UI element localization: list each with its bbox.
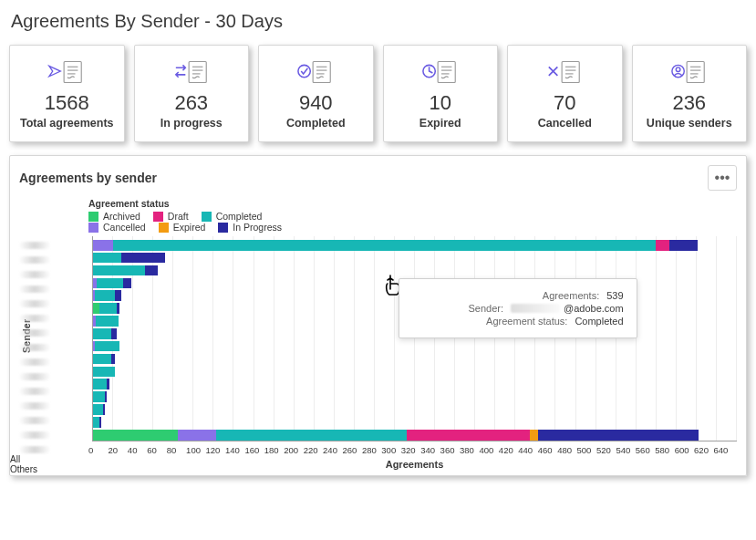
legend-item-completed[interactable]: Completed — [202, 211, 263, 222]
legend-item-inprogress[interactable]: In Progress — [218, 222, 282, 233]
bar-row[interactable] — [93, 430, 737, 441]
x-tick: 180 — [264, 445, 284, 455]
bar-row[interactable] — [93, 354, 737, 365]
x-tick: 600 — [675, 445, 694, 455]
bar-segment[interactable] — [121, 253, 166, 264]
bar-row[interactable] — [93, 265, 737, 276]
legend-label: Cancelled — [103, 222, 146, 233]
y-tick-label — [10, 240, 50, 251]
kpi-in-progress[interactable]: 263 In progress — [134, 45, 250, 142]
chart-menu-button[interactable]: ••• — [708, 165, 737, 191]
y-tick-labels: All Others — [10, 240, 50, 470]
bars-canvas[interactable]: Agreements:539 Sender:@adobe.com Agreeme… — [92, 236, 737, 441]
bar-segment[interactable] — [117, 303, 119, 314]
legend-label: In Progress — [233, 222, 282, 233]
bar-segment[interactable] — [93, 253, 121, 264]
redacted-icon — [511, 304, 560, 313]
bar-segment[interactable] — [216, 430, 408, 441]
bar-segment[interactable] — [95, 290, 115, 301]
x-tick: 120 — [206, 445, 225, 455]
kpi-value: 236 — [672, 91, 706, 115]
kpi-completed[interactable]: 940 Completed — [258, 45, 374, 142]
bar-segment[interactable] — [93, 391, 105, 402]
bar-segment[interactable] — [93, 240, 113, 251]
kpi-row: 1568 Total agreements 263 In progress 94… — [9, 45, 747, 142]
bar-segment[interactable] — [656, 240, 669, 251]
y-tick-label — [10, 357, 50, 368]
bar-segment[interactable] — [93, 354, 111, 365]
bar-segment[interactable] — [93, 404, 103, 415]
legend-item-expired[interactable]: Expired — [159, 222, 206, 233]
redacted-icon — [19, 329, 50, 337]
legend-item-draft[interactable]: Draft — [153, 211, 189, 222]
bar-segment[interactable] — [111, 354, 115, 365]
bar-segment[interactable] — [407, 430, 530, 441]
x-tick: 520 — [596, 445, 616, 455]
kpi-cancelled[interactable]: 70 Cancelled — [507, 45, 623, 142]
bar-row[interactable] — [93, 367, 737, 378]
chart-card: Agreements by sender ••• Agreement statu… — [9, 155, 747, 476]
svg-point-12 — [298, 65, 310, 77]
bar-segment[interactable] — [115, 290, 121, 301]
y-tick-label — [10, 269, 50, 280]
bar-row[interactable] — [93, 404, 737, 415]
bar-segment[interactable] — [530, 430, 538, 441]
bar-segment[interactable] — [113, 240, 656, 251]
bar-segment[interactable] — [93, 379, 107, 389]
bar-row[interactable] — [93, 341, 737, 352]
kpi-value: 10 — [430, 91, 451, 115]
bar-segment[interactable] — [103, 404, 105, 415]
bar-segment[interactable] — [95, 341, 119, 352]
bar-segment[interactable] — [99, 303, 118, 314]
bar-row[interactable] — [93, 379, 737, 389]
bar-row[interactable] — [93, 391, 737, 402]
y-tick-label — [10, 327, 50, 338]
bar-segment[interactable] — [107, 379, 109, 389]
bar-segment[interactable] — [178, 430, 216, 441]
bar-segment[interactable] — [123, 278, 131, 289]
redacted-icon — [19, 388, 50, 395]
swatch-icon — [202, 212, 212, 222]
x-tick: 440 — [518, 445, 537, 455]
bar-segment[interactable] — [93, 417, 99, 428]
tooltip-sender-label: Sender: — [412, 303, 503, 314]
user-doc-icon — [670, 58, 709, 86]
bar-row[interactable] — [93, 240, 737, 251]
legend-item-archived[interactable]: Archived — [88, 211, 140, 222]
kpi-total-agreements[interactable]: 1568 Total agreements — [9, 45, 125, 142]
x-tick-labels: 0204060801001201401601802002202402602803… — [92, 445, 737, 455]
bar-segment[interactable] — [93, 303, 99, 314]
x-tick: 260 — [342, 445, 361, 455]
redacted-icon — [19, 417, 50, 424]
svg-rect-8 — [313, 62, 330, 83]
bar-segment[interactable] — [538, 430, 699, 441]
bar-segment[interactable] — [97, 278, 123, 289]
kpi-label: Expired — [419, 117, 461, 130]
bar-segment[interactable] — [99, 417, 101, 428]
kpi-expired[interactable]: 10 Expired — [383, 45, 499, 142]
x-tick: 80 — [167, 445, 186, 455]
x-tick: 360 — [440, 445, 460, 455]
bar-segment[interactable] — [145, 265, 157, 276]
bar-segment[interactable] — [93, 265, 145, 276]
bar-segment[interactable] — [93, 430, 178, 441]
legend-item-cancelled[interactable]: Cancelled — [88, 222, 146, 233]
x-tick: 560 — [636, 445, 655, 455]
bar-segment[interactable] — [93, 367, 115, 378]
svg-point-27 — [676, 68, 680, 72]
y-tick-label — [10, 400, 50, 411]
redacted-icon — [19, 315, 50, 322]
bar-row[interactable] — [93, 417, 737, 428]
bar-segment[interactable] — [93, 328, 111, 339]
bar-segment[interactable] — [669, 240, 698, 251]
bar-segment[interactable] — [111, 328, 118, 339]
kpi-value: 263 — [174, 91, 208, 115]
bar-row[interactable] — [93, 253, 737, 264]
kpi-unique-senders[interactable]: 236 Unique senders — [632, 45, 748, 142]
kpi-value: 940 — [299, 91, 333, 115]
bar-segment[interactable] — [96, 316, 118, 327]
y-tick-label — [10, 430, 50, 441]
bar-segment[interactable] — [105, 391, 107, 402]
swatch-icon — [159, 223, 169, 233]
svg-rect-0 — [64, 62, 81, 83]
